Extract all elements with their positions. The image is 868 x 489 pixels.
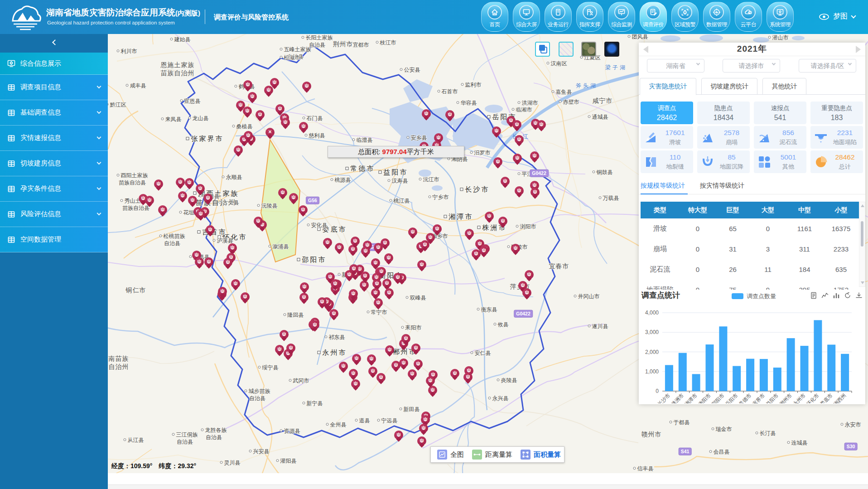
hazard-point-marker[interactable]: ψ [537,120,546,132]
hazard-point-marker[interactable]: ψ [515,186,524,198]
hazard-point-marker[interactable]: ψ [203,194,212,205]
hazard-point-marker[interactable]: ψ [299,122,308,134]
hazard-point-marker[interactable]: ψ [335,243,344,255]
hazard-type-tile-3[interactable]: 2231地面塌陷 [810,126,863,149]
hazard-point-marker[interactable]: ψ [371,288,380,300]
hazard-point-marker[interactable]: ψ [195,257,204,269]
hazard-point-marker[interactable]: ψ [218,287,227,299]
hazard-point-marker[interactable]: ψ [485,212,494,223]
hazard-point-marker[interactable]: ψ [401,334,410,346]
hazard-point-marker[interactable]: ψ [393,273,402,285]
hazard-point-marker[interactable]: ψ [513,154,522,165]
hazard-point-marker[interactable]: ψ [302,82,311,93]
hazard-point-marker[interactable]: ψ [391,361,400,373]
hazard-point-marker[interactable]: ψ [385,345,394,357]
hazard-point-marker[interactable]: ψ [352,354,361,366]
sidebar-collapse-button[interactable] [0,34,108,53]
hazard-point-marker[interactable]: ψ [241,292,250,304]
hazard-point-marker[interactable]: ψ [339,362,348,373]
hazard-point-marker[interactable]: ψ [300,282,309,294]
hazard-point-marker[interactable]: ψ [256,110,265,122]
hazard-point-marker[interactable]: ψ [275,345,284,357]
hazard-point-marker[interactable]: ψ [299,205,308,217]
hazard-point-marker[interactable]: ψ [275,104,285,116]
street-map-thumb[interactable] [559,42,574,57]
hazard-point-marker[interactable]: ψ [244,131,253,143]
nav-bigscreen[interactable]: 综合大屏 [513,2,540,32]
sidebar-item-6[interactable]: 风险评估信息 [0,202,108,227]
hazard-point-marker[interactable]: ψ [411,344,420,355]
hazard-point-marker[interactable]: ψ [254,217,263,228]
nav-home[interactable]: 首页 [481,2,508,32]
sidebar-item-4[interactable]: 切坡建房信息 [0,151,108,176]
hazard-point-marker[interactable]: ψ [234,145,243,157]
sidebar-item-3[interactable]: 灾情速报信息 [0,126,108,151]
hazard-type-tile-4[interactable]: 110地裂缝 [641,150,693,173]
year-next-button[interactable] [856,46,861,53]
map-tool-label[interactable]: 距离量算 [485,450,512,459]
tab-2[interactable]: 其他统计 [762,78,806,95]
hazard-point-marker[interactable]: ψ [264,86,273,97]
hazard-point-marker[interactable]: ψ [231,279,240,291]
hazard-point-marker[interactable]: ψ [145,196,154,208]
hazard-point-marker[interactable]: ψ [511,244,520,256]
hazard-point-marker[interactable]: ψ [196,209,205,221]
hazard-type-tile-5[interactable]: 85地面沉降 [697,150,750,173]
hazard-point-marker[interactable]: ψ [178,191,187,203]
stat-box-3[interactable]: 重要隐患点183 [810,102,863,124]
scroll-up-icon[interactable] [861,204,864,207]
hazard-point-marker[interactable]: ψ [445,110,454,122]
nav-monitor[interactable]: 综合监测 [608,2,635,32]
hazard-point-marker[interactable]: ψ [530,188,540,199]
year-prev-button[interactable] [643,46,648,53]
stat-box-0[interactable]: 调查点28462 [641,102,693,124]
user-menu[interactable]: 梦图 [819,12,855,21]
sidebar-item-7[interactable]: 空间数据管理 [0,227,108,252]
tab-1[interactable]: 切坡建房统计 [701,78,757,95]
hazard-point-marker[interactable]: ψ [331,279,340,291]
hazard-point-marker[interactable]: ψ [530,151,539,163]
earth-thumb[interactable] [604,42,619,57]
scroll-down-icon[interactable] [861,281,864,284]
satellite-thumb[interactable] [581,42,596,57]
hazard-point-marker[interactable]: ψ [420,240,429,252]
full-extent-icon[interactable] [437,450,447,460]
hazard-point-marker[interactable]: ψ [158,205,167,217]
hazard-type-tile-0[interactable]: 17601滑坡 [641,126,693,149]
region-select-0[interactable]: 湖南省 [647,59,704,73]
hazard-point-marker[interactable]: ψ [351,379,360,391]
hazard-type-tile-1[interactable]: 2578崩塌 [697,126,750,149]
hazard-point-marker[interactable]: ψ [310,320,319,332]
hazard-point-marker[interactable]: ψ [278,188,287,200]
stat-box-1[interactable]: 隐患点18434 [697,102,750,124]
hazard-point-marker[interactable]: ψ [176,178,185,189]
hazard-point-marker[interactable]: ψ [450,369,459,381]
hazard-point-marker[interactable]: ψ [479,246,488,258]
hazard-point-marker[interactable]: ψ [367,354,376,366]
measure-area-icon[interactable] [521,450,530,460]
hazard-point-marker[interactable]: ψ [286,344,295,355]
hazard-point-marker[interactable]: ψ [512,120,521,132]
hazard-point-marker[interactable]: ψ [349,289,358,301]
region-select-1[interactable]: 请选择市 [723,59,780,73]
hazard-point-marker[interactable]: ψ [384,253,393,265]
nav-warning[interactable]: 区域预警 [671,2,699,32]
measure-distance-icon[interactable] [472,450,482,460]
hazard-point-marker[interactable]: ψ [522,288,531,300]
hazard-point-marker[interactable]: ψ [498,217,507,228]
sidebar-item-5[interactable]: 孕灾条件信息 [0,176,108,202]
hazard-point-marker[interactable]: ψ [299,293,309,305]
scrollbar-thumb[interactable] [861,221,863,247]
sidebar-item-2[interactable]: 基础调查信息 [0,100,108,126]
hazard-point-marker[interactable]: ψ [223,258,232,270]
hazard-point-marker[interactable]: ψ [465,229,474,241]
hazard-point-marker[interactable]: ψ [426,376,435,388]
hazard-point-marker[interactable]: ψ [501,177,510,189]
hazard-point-marker[interactable]: ψ [376,373,386,385]
hazard-point-marker[interactable]: ψ [318,297,327,309]
hazard-point-marker[interactable]: ψ [385,288,394,300]
hazard-point-marker[interactable]: ψ [206,225,215,237]
hazard-point-marker[interactable]: ψ [349,264,358,276]
hazard-point-marker[interactable]: ψ [188,196,197,208]
nav-cloud[interactable]: 云平台 [735,2,762,32]
